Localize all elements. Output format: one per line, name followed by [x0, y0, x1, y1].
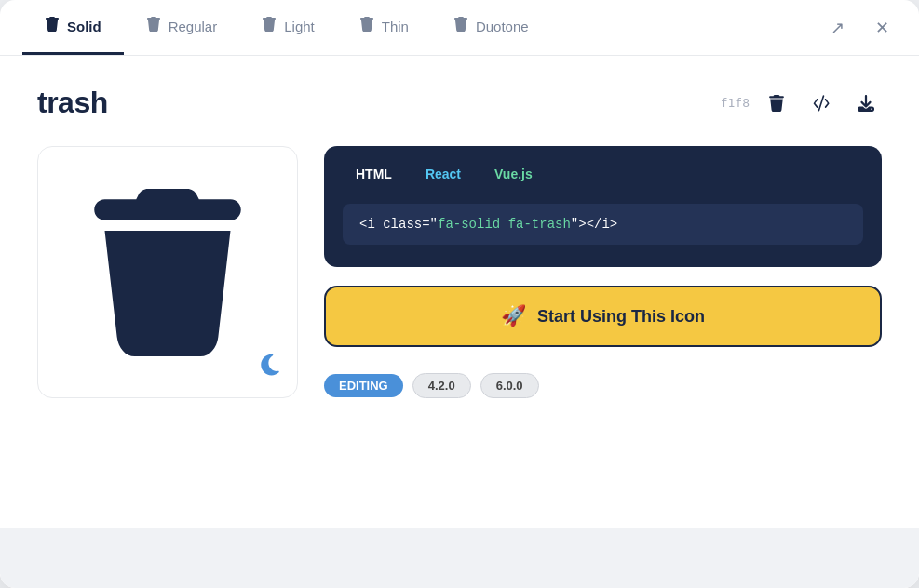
badge-version-600: 6.0.0 [480, 373, 539, 398]
tab-regular-label: Regular [169, 19, 218, 34]
code-block: <i class="fa-solid fa-trash"></i> [324, 187, 882, 267]
rocket-icon: 🚀 [501, 304, 526, 328]
code-tab-html[interactable]: HTML [343, 161, 405, 187]
close-button[interactable]: ✕ [867, 13, 897, 43]
thin-tab-icon [359, 17, 374, 35]
code-snippet[interactable]: <i class="fa-solid fa-trash"></i> [343, 204, 863, 245]
solid-tab-icon [45, 17, 60, 35]
bottom-strip [0, 528, 919, 588]
tab-light-label: Light [284, 19, 315, 34]
external-link-button[interactable]: ↗ [822, 13, 852, 43]
tab-duotone-label: Duotone [476, 19, 529, 34]
modal-container: Solid Regular Light Thin Duotone [0, 0, 919, 588]
trash-preview-svg [93, 189, 242, 356]
external-link-icon: ↗ [831, 18, 845, 38]
tabs-bar: Solid Regular Light Thin Duotone [0, 0, 919, 56]
icon-title-row: trash f1f8 [37, 86, 882, 120]
regular-tab-icon [146, 17, 161, 35]
start-using-button[interactable]: 🚀 Start Using This Icon [324, 286, 882, 347]
tab-thin-label: Thin [382, 19, 409, 34]
tab-light[interactable]: Light [239, 0, 337, 55]
tab-actions: ↗ ✕ [822, 13, 897, 43]
tab-thin[interactable]: Thin [337, 0, 431, 55]
cta-label: Start Using This Icon [537, 307, 705, 327]
tab-regular[interactable]: Regular [124, 0, 240, 55]
version-row: EDITING 4.2.0 6.0.0 [324, 373, 882, 398]
code-class-value: fa-solid fa-trash [438, 217, 571, 232]
close-icon: ✕ [875, 18, 889, 38]
code-tag-open: <i class=" [359, 217, 438, 232]
code-action-button[interactable] [804, 91, 839, 115]
duotone-tab-icon [453, 17, 468, 35]
two-col-layout: HTML React Vue.js <i class="fa-solid fa-… [37, 146, 882, 398]
badge-editing: EDITING [324, 374, 403, 397]
trash-action-button[interactable] [761, 91, 792, 115]
code-panel: HTML React Vue.js <i class="fa-solid fa-… [324, 146, 882, 398]
main-content: trash f1f8 [0, 56, 919, 510]
badge-version-420: 4.2.0 [412, 373, 471, 398]
unicode-label: f1f8 [721, 96, 750, 110]
tab-solid[interactable]: Solid [22, 0, 124, 55]
icon-preview-card [37, 146, 298, 398]
code-tab-vuejs[interactable]: Vue.js [481, 161, 546, 187]
tab-solid-label: Solid [67, 19, 101, 34]
tab-duotone[interactable]: Duotone [431, 0, 551, 55]
code-tab-bar: HTML React Vue.js [324, 146, 882, 187]
light-tab-icon [262, 17, 277, 35]
trash-icon-display [93, 189, 242, 356]
code-tabs-container: HTML React Vue.js <i class="fa-solid fa-… [324, 146, 882, 267]
icon-title: trash [37, 86, 108, 120]
title-actions: f1f8 [721, 90, 882, 116]
moon-badge [258, 353, 282, 382]
code-tab-react[interactable]: React [412, 161, 474, 187]
download-action-button[interactable] [850, 90, 882, 116]
code-tag-close: "></i> [571, 217, 617, 232]
